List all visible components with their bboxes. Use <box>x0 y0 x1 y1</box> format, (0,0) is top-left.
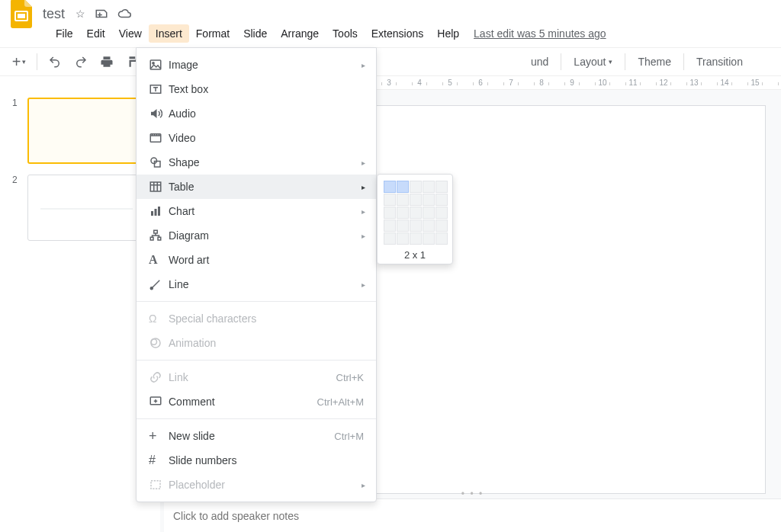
wordart-icon: A <box>149 253 169 267</box>
animation-icon <box>149 336 169 350</box>
menu-insert[interactable]: Insert <box>149 24 189 43</box>
insert-new-slide[interactable]: + New slideCtrl+M <box>137 424 376 448</box>
menu-file[interactable]: File <box>49 24 80 43</box>
ruler-tick: 10 <box>587 79 618 87</box>
insert-special-characters: Ω Special characters <box>137 306 376 331</box>
ruler-tick: 16 <box>770 79 781 87</box>
menu-arrange[interactable]: Arrange <box>274 24 326 43</box>
svg-rect-8 <box>150 182 161 191</box>
ruler-tick: 12 <box>648 79 679 87</box>
hash-icon: # <box>149 453 169 467</box>
ruler-tick: 8 <box>526 79 557 87</box>
line-icon <box>149 277 169 291</box>
main-area: 1 2 <box>0 90 781 532</box>
menu-extensions[interactable]: Extensions <box>365 24 430 43</box>
separator <box>625 53 625 70</box>
layout-button[interactable]: Layout▾ <box>566 53 620 71</box>
insert-link: LinkCtrl+K <box>137 365 376 389</box>
slide-number: 1 <box>12 98 18 108</box>
ruler-tick: 3 <box>374 79 404 87</box>
audio-icon <box>149 107 169 120</box>
insert-shape[interactable]: Shape▸ <box>137 150 376 175</box>
insert-line[interactable]: Line▸ <box>137 272 376 296</box>
insert-slide-numbers[interactable]: # Slide numbers <box>137 448 376 473</box>
omega-icon: Ω <box>149 312 169 325</box>
new-slide-button[interactable]: +▾ <box>8 50 31 73</box>
table-icon <box>149 180 169 194</box>
star-icon[interactable]: ☆ <box>76 8 85 20</box>
svg-rect-2 <box>150 60 161 69</box>
ruler-tick: 15 <box>740 79 770 87</box>
slide-thumb-2[interactable]: 2 <box>12 175 153 241</box>
insert-diagram[interactable]: Diagram▸ <box>137 223 376 248</box>
ruler-tick: 6 <box>465 79 496 87</box>
insert-table[interactable]: Table▸ <box>137 175 376 199</box>
ruler-tick: 9 <box>557 79 587 87</box>
titlebar: test ☆ File Edit View Insert Format Slid… <box>0 0 781 47</box>
insert-audio[interactable]: Audio <box>137 101 376 126</box>
insert-chart[interactable]: Chart▸ <box>137 199 376 223</box>
svg-rect-19 <box>151 481 160 489</box>
table-size-picker[interactable]: 2 x 1 <box>377 174 453 264</box>
svg-rect-1 <box>18 14 25 18</box>
slide-thumb-1[interactable]: 1 <box>12 98 153 164</box>
ruler-tick: 11 <box>618 79 648 87</box>
last-edit-link[interactable]: Last edit was 5 minutes ago <box>474 27 606 40</box>
insert-placeholder: Placeholder▸ <box>137 473 376 497</box>
menu-slide[interactable]: Slide <box>236 24 274 43</box>
svg-rect-14 <box>158 237 161 240</box>
svg-rect-9 <box>151 211 153 216</box>
insert-wordart[interactable]: A Word art <box>137 248 376 272</box>
placeholder-icon <box>149 478 169 492</box>
doc-title[interactable]: test <box>43 6 65 22</box>
insert-comment[interactable]: CommentCtrl+Alt+M <box>137 389 376 414</box>
svg-point-17 <box>151 339 157 345</box>
move-icon[interactable] <box>95 7 108 21</box>
redo-button[interactable] <box>69 50 92 73</box>
diagram-icon <box>149 229 169 242</box>
menu-format[interactable]: Format <box>189 24 236 43</box>
svg-rect-12 <box>154 230 158 233</box>
print-button[interactable] <box>95 50 118 73</box>
menubar: File Edit View Insert Format Slide Arran… <box>6 23 781 44</box>
video-icon <box>149 131 169 145</box>
ruler-tick: 7 <box>496 79 526 87</box>
svg-rect-11 <box>158 207 160 216</box>
menu-edit[interactable]: Edit <box>80 24 112 43</box>
insert-image[interactable]: Image▸ <box>137 53 376 77</box>
separator <box>561 53 561 70</box>
separator <box>37 53 37 70</box>
image-icon <box>149 58 169 72</box>
background-button[interactable]: und <box>523 53 556 71</box>
svg-rect-13 <box>150 237 153 240</box>
theme-button[interactable]: Theme <box>630 53 679 71</box>
menu-view[interactable]: View <box>112 24 149 43</box>
insert-video[interactable]: Video <box>137 126 376 150</box>
ruler-tick: 13 <box>679 79 709 87</box>
plus-icon: + <box>149 428 169 444</box>
chart-icon <box>149 204 169 218</box>
speaker-notes[interactable]: Click to add speaker notes <box>164 498 781 532</box>
separator <box>683 53 684 70</box>
ruler-tick: 4 <box>404 79 435 87</box>
table-grid[interactable] <box>384 181 448 245</box>
toolbar: +▾ und Layout▾ Theme Transition <box>0 47 781 76</box>
textbox-icon <box>149 82 169 96</box>
cloud-icon[interactable] <box>117 7 131 21</box>
link-icon <box>149 370 169 384</box>
comment-icon <box>149 395 169 409</box>
insert-textbox[interactable]: Text box <box>137 77 376 101</box>
shape-icon <box>149 155 169 169</box>
svg-rect-10 <box>155 209 157 216</box>
svg-rect-7 <box>155 162 161 168</box>
insert-animation: Animation <box>137 331 376 355</box>
insert-dropdown: Image▸ Text box Audio Video Shape▸ Table… <box>136 47 377 502</box>
ruler-tick: 5 <box>435 79 465 87</box>
menu-tools[interactable]: Tools <box>326 24 365 43</box>
transition-button[interactable]: Transition <box>689 53 750 71</box>
menu-help[interactable]: Help <box>430 24 466 43</box>
undo-button[interactable] <box>43 50 66 73</box>
table-size-label: 2 x 1 <box>384 249 446 261</box>
ruler-tick: 14 <box>709 79 740 87</box>
title-icons: ☆ <box>76 7 131 21</box>
